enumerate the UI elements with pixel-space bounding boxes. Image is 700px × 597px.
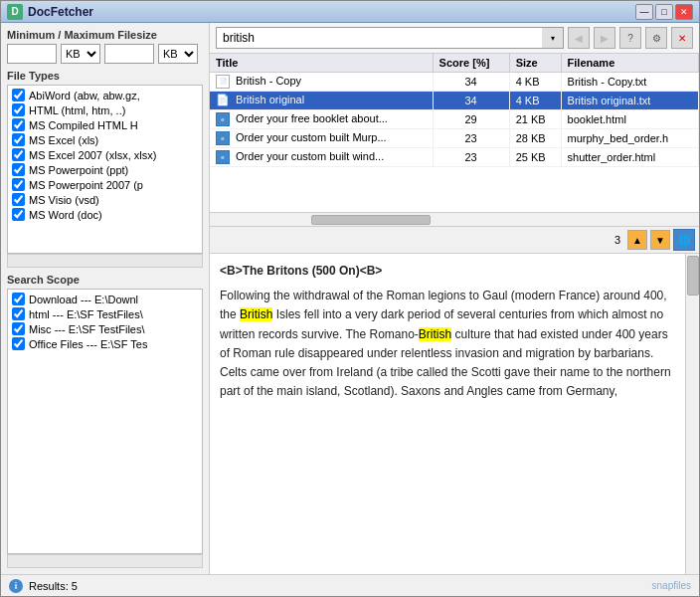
minimize-button[interactable]: — xyxy=(635,4,653,20)
search-scope-scrollbar-h[interactable] xyxy=(7,554,203,568)
highlight-british-1: British xyxy=(240,307,272,321)
nav-back-button[interactable]: ◀ xyxy=(568,27,590,49)
clear-button[interactable]: ✕ xyxy=(671,27,693,49)
filetype-doc[interactable]: MS Word (doc) xyxy=(10,207,200,222)
col-title[interactable]: Title xyxy=(210,54,433,73)
html-icon: e xyxy=(216,150,230,164)
row-score: 23 xyxy=(433,148,509,167)
row-score: 34 xyxy=(433,92,509,110)
filesize-row: KB MB KB MB xyxy=(7,44,203,64)
prev-match-button[interactable]: ▲ xyxy=(627,230,647,250)
page-number: 3 xyxy=(614,234,620,246)
preview-controls: 3 ▲ ▼ 🌐 xyxy=(210,227,699,254)
snapfiles-watermark: snapfiles xyxy=(652,580,691,591)
highlight-british-2: British xyxy=(419,327,451,341)
row-title: e Order your free booklet about... xyxy=(210,110,433,129)
filetypes-title: File Types xyxy=(7,70,203,82)
filetype-chm[interactable]: MS Compiled HTML H xyxy=(10,117,200,132)
nav-forward-button[interactable]: ▶ xyxy=(594,27,615,49)
row-filename: shutter_order.html xyxy=(561,148,698,167)
row-filename: British - Copy.txt xyxy=(561,73,698,92)
table-row[interactable]: e Order your custom built wind... 23 25 … xyxy=(210,148,699,167)
col-size[interactable]: Size xyxy=(509,54,561,73)
col-score[interactable]: Score [%] xyxy=(433,54,509,73)
status-icon: i xyxy=(9,579,23,593)
row-score: 34 xyxy=(433,73,509,92)
row-filename: booklet.html xyxy=(561,110,698,129)
max-unit-select[interactable]: KB MB xyxy=(158,44,198,64)
row-title: 📄 British original xyxy=(210,92,433,110)
filetypes-section: File Types AbiWord (abw, abw.gz, HTML (h… xyxy=(7,70,203,268)
results-table-wrap: Title Score [%] Size Filename 📄 British … xyxy=(210,54,699,213)
search-input[interactable] xyxy=(216,27,564,49)
table-row[interactable]: 📄 British - Copy 34 4 KB British - Copy.… xyxy=(210,73,699,92)
row-size: 4 KB xyxy=(509,73,561,92)
filetype-vsd[interactable]: MS Visio (vsd) xyxy=(10,192,200,207)
maximize-button[interactable]: □ xyxy=(655,4,673,20)
filetype-xls[interactable]: MS Excel (xls) xyxy=(10,132,200,147)
col-filename[interactable]: Filename xyxy=(561,54,698,73)
filetype-html[interactable]: HTML (html, htm, ..) xyxy=(10,102,200,117)
hscrollbar-thumb xyxy=(311,215,431,225)
filetype-abiword[interactable]: AbiWord (abw, abw.gz, xyxy=(10,88,200,102)
search-scope-title: Search Scope xyxy=(7,274,203,286)
filetype-ppt[interactable]: MS Powerpoint (ppt) xyxy=(10,162,200,177)
table-row[interactable]: 📄 British original 34 4 KB British origi… xyxy=(210,92,699,110)
app-icon: D xyxy=(7,4,23,20)
right-panel: ▾ ◀ ▶ ? ⚙ ✕ Title Score [%] Size Filenam xyxy=(210,23,699,574)
row-size: 25 KB xyxy=(509,148,561,167)
table-row[interactable]: e Order your free booklet about... 29 21… xyxy=(210,110,699,129)
max-filesize-input[interactable] xyxy=(104,44,154,64)
table-hscrollbar[interactable] xyxy=(210,213,699,227)
help-button[interactable]: ? xyxy=(619,27,641,49)
scope-misc[interactable]: Misc --- E:\SF TestFiles\ xyxy=(10,321,200,336)
row-size: 4 KB xyxy=(509,92,561,110)
preview-pane: <B>The Britons (500 On)<B> Following the… xyxy=(210,254,685,574)
preview-paragraph: Following the withdrawal of the Roman le… xyxy=(220,287,675,401)
vscrollbar-thumb xyxy=(687,256,699,296)
status-bar: i Results: 5 snapfiles xyxy=(1,574,699,596)
table-row[interactable]: e Order your custom built Murp... 23 28 … xyxy=(210,129,699,148)
row-score: 29 xyxy=(433,110,509,129)
txt-icon: 📄 xyxy=(216,94,230,107)
row-filename: British original.txt xyxy=(561,92,698,110)
scope-officefiles[interactable]: Office Files --- E:\SF Tes xyxy=(10,336,200,351)
filesize-title: Minimum / Maximum Filesize xyxy=(7,29,203,41)
preview-vscrollbar[interactable] xyxy=(685,254,699,574)
results-count: Results: 5 xyxy=(29,580,78,592)
main-content: Minimum / Maximum Filesize KB MB KB MB xyxy=(1,23,699,574)
close-button[interactable]: ✕ xyxy=(675,4,693,20)
row-title: e Order your custom built Murp... xyxy=(210,129,433,148)
preview-scroll-wrap: <B>The Britons (500 On)<B> Following the… xyxy=(210,254,699,574)
filetypes-list[interactable]: AbiWord (abw, abw.gz, HTML (html, htm, .… xyxy=(7,85,203,254)
search-scope-section: Search Scope Download --- E:\Downl html … xyxy=(7,274,203,568)
scope-html[interactable]: html --- E:\SF TestFiles\ xyxy=(10,306,200,321)
window-title: DocFetcher xyxy=(28,5,635,19)
search-dropdown-button[interactable]: ▾ xyxy=(542,27,564,49)
row-size: 28 KB xyxy=(509,129,561,148)
html-icon: e xyxy=(216,112,230,126)
row-score: 23 xyxy=(433,129,509,148)
main-window: D DocFetcher — □ ✕ Minimum / Maximum Fil… xyxy=(0,0,700,597)
search-bar: ▾ ◀ ▶ ? ⚙ ✕ xyxy=(210,23,699,54)
title-bar: D DocFetcher — □ ✕ xyxy=(1,1,699,23)
search-scope-list[interactable]: Download --- E:\Downl html --- E:\SF Tes… xyxy=(7,289,203,554)
preview-heading: <B>The Britons (500 On)<B> xyxy=(220,262,675,281)
filetype-pptx[interactable]: MS Powerpoint 2007 (p xyxy=(10,177,200,192)
row-title: 📄 British - Copy xyxy=(210,73,433,92)
scope-download[interactable]: Download --- E:\Downl xyxy=(10,292,200,306)
min-filesize-input[interactable] xyxy=(7,44,57,64)
title-bar-buttons: — □ ✕ xyxy=(635,4,693,20)
settings-button[interactable]: ⚙ xyxy=(645,27,667,49)
min-unit-select[interactable]: KB MB xyxy=(61,44,100,64)
filetype-xlsx[interactable]: MS Excel 2007 (xlsx, xlsx) xyxy=(10,147,200,162)
browser-button[interactable]: 🌐 xyxy=(673,229,695,251)
row-title: e Order your custom built wind... xyxy=(210,148,433,167)
filetypes-scrollbar-h[interactable] xyxy=(7,254,203,268)
txt-icon: 📄 xyxy=(216,75,230,89)
left-panel: Minimum / Maximum Filesize KB MB KB MB xyxy=(1,23,210,574)
html-icon: e xyxy=(216,131,230,145)
row-size: 21 KB xyxy=(509,110,561,129)
filesize-section: Minimum / Maximum Filesize KB MB KB MB xyxy=(7,29,203,64)
next-match-button[interactable]: ▼ xyxy=(650,230,670,250)
